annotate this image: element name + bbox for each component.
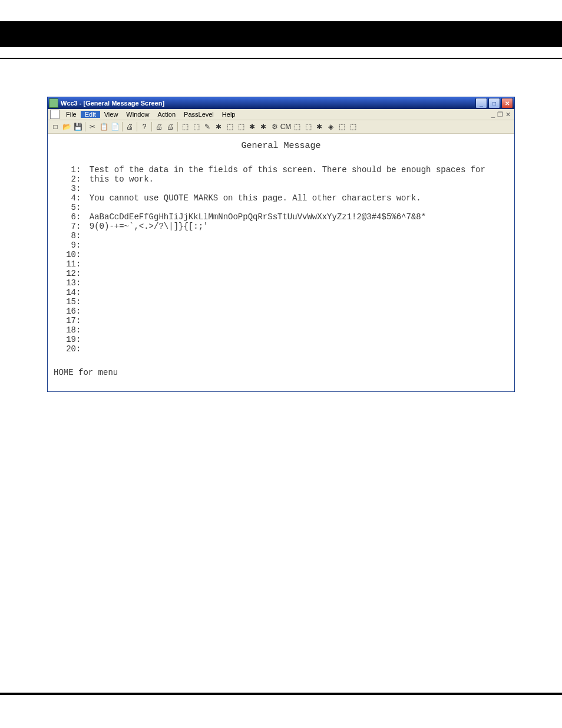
- line-text[interactable]: AaBaCcDdEeFfGgHhIiJjKkLlMmNnOoPpQqRrSsTt…: [84, 212, 508, 222]
- line-text[interactable]: [84, 297, 508, 307]
- toolbar-icon[interactable]: 🖨: [165, 121, 176, 132]
- line-text[interactable]: [84, 288, 508, 297]
- line-colon: :: [76, 241, 84, 250]
- line-text[interactable]: [84, 184, 508, 193]
- toolbar-icon[interactable]: ⬚: [236, 121, 246, 132]
- message-line[interactable]: 14:: [54, 288, 508, 297]
- footer-hint: HOME for menu: [54, 368, 508, 377]
- line-colon: :: [76, 212, 84, 222]
- line-colon: :: [76, 278, 84, 288]
- menu-help[interactable]: Help: [218, 111, 240, 118]
- message-line[interactable]: 19:: [54, 335, 508, 344]
- line-text[interactable]: [84, 316, 508, 325]
- line-number: 18: [54, 325, 76, 335]
- message-line[interactable]: 6: AaBaCcDdEeFfGgHhIiJjKkLlMmNnOoPpQqRrS…: [54, 212, 508, 222]
- line-text[interactable]: [84, 278, 508, 288]
- line-text[interactable]: You cannot use QUOTE MARKS on this page.…: [84, 193, 508, 203]
- message-line[interactable]: 18:: [54, 325, 508, 335]
- line-text[interactable]: [84, 203, 508, 212]
- line-text[interactable]: Test of the data in the fields of this s…: [84, 165, 508, 174]
- menu-action[interactable]: Action: [153, 111, 180, 118]
- toolbar-icon[interactable]: ⬚: [292, 121, 302, 132]
- message-line[interactable]: 17:: [54, 316, 508, 325]
- line-number: 3: [54, 184, 76, 193]
- toolbar: □📂💾✂📋📄🖨?🖨🖨⬚⬚✎✱⬚⬚✱✱⚙CM⬚⬚✱◈⬚⬚: [48, 120, 514, 134]
- line-colon: :: [76, 231, 84, 241]
- toolbar-icon[interactable]: ⬚: [348, 121, 358, 132]
- message-line[interactable]: 16:: [54, 307, 508, 316]
- toolbar-icon[interactable]: 📂: [61, 121, 72, 132]
- toolbar-icon[interactable]: ⚙: [269, 121, 280, 132]
- toolbar-icon[interactable]: ?: [139, 121, 150, 132]
- menu-window[interactable]: Window: [122, 111, 153, 118]
- message-line[interactable]: 10:: [54, 250, 508, 259]
- line-text[interactable]: [84, 325, 508, 335]
- mdi-restore-button[interactable]: ❐: [497, 111, 503, 118]
- toolbar-icon[interactable]: 📋: [98, 121, 109, 132]
- minimize-button[interactable]: _: [475, 98, 487, 108]
- message-line[interactable]: 11:: [54, 259, 508, 269]
- line-number: 11: [54, 259, 76, 269]
- line-colon: :: [76, 250, 84, 259]
- toolbar-icon[interactable]: ✂: [87, 121, 98, 132]
- line-number: 17: [54, 316, 76, 325]
- line-colon: :: [76, 259, 84, 269]
- toolbar-icon[interactable]: ⬚: [336, 121, 347, 132]
- message-line[interactable]: 5:: [54, 203, 508, 212]
- menu-edit[interactable]: Edit: [81, 111, 100, 118]
- toolbar-icon[interactable]: 🖨: [124, 121, 135, 132]
- message-line[interactable]: 8:: [54, 231, 508, 241]
- line-number: 10: [54, 250, 76, 259]
- mdi-minimize-button[interactable]: _: [491, 111, 495, 118]
- toolbar-icon[interactable]: CM: [280, 121, 291, 132]
- message-line[interactable]: 1: Test of the data in the fields of thi…: [54, 165, 508, 174]
- message-line[interactable]: 13:: [54, 278, 508, 288]
- line-text[interactable]: [84, 250, 508, 259]
- maximize-button[interactable]: □: [488, 98, 500, 108]
- line-text[interactable]: [84, 335, 508, 344]
- toolbar-icon[interactable]: ◈: [325, 121, 336, 132]
- toolbar-icon[interactable]: 🖨: [154, 121, 164, 132]
- line-colon: :: [76, 269, 84, 278]
- line-text[interactable]: 9(0)-+=~`,<.>/?\|]}{[:;': [84, 222, 508, 231]
- message-line[interactable]: 9:: [54, 241, 508, 250]
- line-text[interactable]: [84, 231, 508, 241]
- toolbar-icon[interactable]: ⬚: [303, 121, 313, 132]
- line-colon: :: [76, 193, 84, 203]
- mdi-close-button[interactable]: ✕: [505, 111, 511, 118]
- close-button[interactable]: ✕: [501, 98, 513, 108]
- message-line[interactable]: 20:: [54, 344, 508, 354]
- line-text[interactable]: [84, 241, 508, 250]
- line-text[interactable]: [84, 259, 508, 269]
- mdi-doc-icon[interactable]: [50, 110, 59, 119]
- menu-passlevel[interactable]: PassLevel: [180, 111, 218, 118]
- message-line[interactable]: 4: You cannot use QUOTE MARKS on this pa…: [54, 193, 508, 203]
- menu-view[interactable]: View: [100, 111, 123, 118]
- toolbar-icon[interactable]: ✱: [213, 121, 224, 132]
- message-line[interactable]: 2: this to work.: [54, 174, 508, 184]
- toolbar-icon[interactable]: 📄: [110, 121, 120, 132]
- line-text[interactable]: this to work.: [84, 174, 508, 184]
- toolbar-icon[interactable]: ⬚: [191, 121, 201, 132]
- message-line[interactable]: 15:: [54, 297, 508, 307]
- line-text[interactable]: [84, 269, 508, 278]
- toolbar-icon[interactable]: ⬚: [224, 121, 235, 132]
- menu-file[interactable]: File: [62, 111, 81, 118]
- line-text[interactable]: [84, 307, 508, 316]
- line-number: 4: [54, 193, 76, 203]
- toolbar-icon[interactable]: ✱: [247, 121, 257, 132]
- message-line[interactable]: 7: 9(0)-+=~`,<.>/?\|]}{[:;': [54, 222, 508, 231]
- line-colon: :: [76, 344, 84, 354]
- line-colon: :: [76, 335, 84, 344]
- toolbar-icon[interactable]: □: [50, 121, 61, 132]
- message-line[interactable]: 3:: [54, 184, 508, 193]
- toolbar-icon[interactable]: ✱: [258, 121, 269, 132]
- toolbar-icon[interactable]: 💾: [72, 121, 83, 132]
- menu-bar: File Edit View Window Action PassLevel H…: [48, 109, 514, 120]
- toolbar-icon[interactable]: ✎: [202, 121, 213, 132]
- titlebar[interactable]: Wcc3 - [General Message Screen] _ □ ✕: [48, 97, 514, 109]
- message-line[interactable]: 12:: [54, 269, 508, 278]
- line-text[interactable]: [84, 344, 508, 354]
- toolbar-icon[interactable]: ⬚: [180, 121, 190, 132]
- toolbar-icon[interactable]: ✱: [314, 121, 325, 132]
